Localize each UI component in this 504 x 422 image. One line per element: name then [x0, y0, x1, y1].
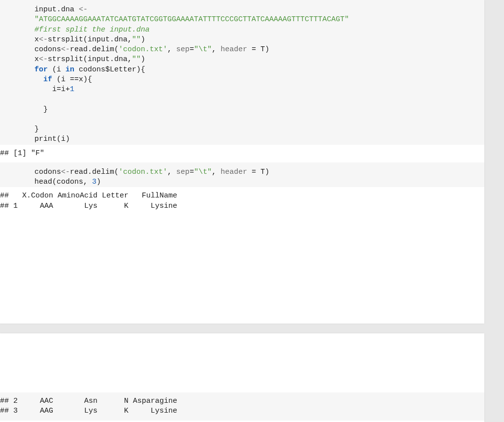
code-text: read.delim( [70, 45, 119, 54]
code-text: , [212, 45, 220, 54]
arg-name: sep [176, 168, 189, 176]
string-literal: "" [132, 55, 141, 64]
code-text: codons [34, 45, 61, 54]
code-line: head(codons, 3) [34, 177, 470, 187]
code-text [34, 95, 52, 103]
page-wrapper: input.dna <- "ATGGCAAAAGGAAATATCAATGTATC… [0, 0, 504, 422]
code-text: strsplit(input.dna, [48, 35, 132, 44]
code-line [34, 95, 470, 104]
output-line: ## 3 AAG Lys K Lysine [0, 406, 484, 416]
code-text: } [34, 105, 48, 114]
code-text: , [167, 168, 176, 176]
code-text: read.delim( [70, 168, 119, 176]
keyword: if [43, 75, 52, 84]
code-line: #first split the input.dna [34, 25, 470, 35]
code-text: print(i) [34, 135, 70, 143]
code-line [34, 115, 470, 125]
string-literal: "ATGGCAAAAGGAAATATCAATGTATCGGTGGAAAATATT… [34, 15, 349, 24]
output-line: ## 1 AAA Lys K Lysine [0, 201, 484, 211]
code-text: = [189, 168, 194, 176]
assign-op: <- [61, 168, 70, 176]
code-text: (i ==x){ [52, 75, 92, 84]
code-text: = T) [247, 168, 269, 176]
code-text: x [34, 35, 39, 44]
keyword: for [34, 65, 48, 74]
string-literal: 'codon.txt' [119, 45, 167, 54]
code-line: i=i+1 [34, 85, 470, 95]
code-line: for (i in codons$Letter){ [34, 65, 470, 75]
assign-op: <- [61, 45, 70, 54]
code-block-1: input.dna <- "ATGGCAAAAGGAAATATCAATGTATC… [0, 0, 484, 145]
blank-space [0, 333, 484, 392]
code-text: ) [141, 55, 145, 64]
code-line: "ATGGCAAAAGGAAATATCAATGTATCGGTGGAAAATATT… [34, 15, 470, 25]
code-line: x<-strsplit(input.dna,"") [34, 35, 470, 45]
output-line: ## 2 AAC Asn N Asparagine [0, 396, 484, 406]
arg-name: header [220, 45, 247, 54]
code-line: codons<-read.delim('codon.txt', sep="\t"… [34, 45, 470, 55]
code-text: ) [141, 35, 145, 44]
code-line: } [34, 125, 470, 134]
output-block-1: ## [1] "F" [0, 145, 484, 162]
keyword: in [65, 65, 74, 74]
code-line: x<-strsplit(input.dna,"") [34, 55, 470, 65]
code-text: = T) [247, 45, 269, 54]
output-block-3: ## 2 AAC Asn N Asparagine ## 3 AAG Lys K… [0, 392, 484, 421]
code-text: } [34, 125, 39, 133]
code-text: = [189, 45, 194, 54]
code-text: ) [96, 178, 101, 186]
arg-name: sep [176, 45, 189, 54]
assign-op: <- [79, 5, 88, 14]
assign-op: <- [39, 55, 48, 64]
string-literal: "" [132, 35, 141, 44]
code-text: strsplit(input.dna, [48, 55, 132, 64]
code-text: codons$Letter){ [74, 65, 145, 74]
string-literal: 'codon.txt' [119, 168, 167, 176]
code-line: if (i ==x){ [34, 75, 470, 85]
output-block-2: ## X.Codon AminoAcid Letter FullName ## … [0, 187, 484, 215]
code-line: codons<-read.delim('codon.txt', sep="\t"… [34, 167, 470, 177]
output-line: ## X.Codon AminoAcid Letter FullName [0, 191, 484, 201]
code-block-2: codons<-read.delim('codon.txt', sep="\t"… [0, 162, 484, 188]
number: 1 [70, 85, 74, 94]
comment: #first split the input.dna [34, 26, 150, 34]
code-text: x [34, 55, 39, 64]
code-text: i=i+ [34, 85, 70, 94]
string-literal: "\t" [194, 45, 212, 54]
code-text [34, 75, 43, 84]
assign-op: <- [39, 35, 48, 44]
output-line: ## [1] "F" [0, 149, 484, 159]
string-literal: "\t" [194, 168, 212, 176]
code-text: input.dna [34, 5, 79, 14]
code-text: (i [48, 65, 65, 74]
code-text: codons [34, 168, 61, 176]
code-text: head(codons, [34, 178, 92, 186]
arg-name: header [220, 168, 247, 176]
number: 3 [92, 178, 96, 186]
code-line: } [34, 105, 470, 115]
code-line: print(i) [34, 134, 470, 144]
code-text: , [167, 45, 176, 54]
code-text: , [212, 168, 220, 176]
code-text [34, 115, 43, 124]
code-line: input.dna <- [34, 5, 470, 15]
document-page-2: ## 2 AAC Asn N Asparagine ## 3 AAG Lys K… [0, 333, 484, 422]
document-page-1: input.dna <- "ATGGCAAAAGGAAATATCAATGTATC… [0, 0, 484, 324]
